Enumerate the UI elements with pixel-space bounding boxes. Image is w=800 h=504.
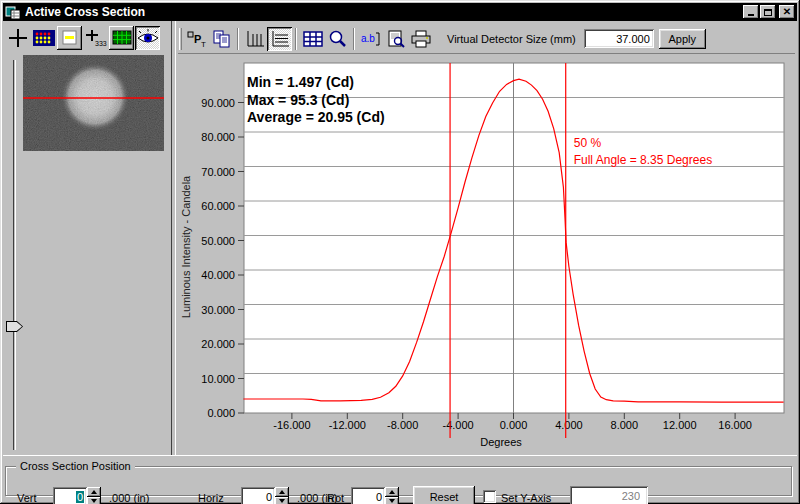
- horiz-spin-up[interactable]: [275, 487, 289, 497]
- table-view-button[interactable]: [300, 27, 325, 51]
- rot-input[interactable]: 0: [351, 487, 385, 504]
- x-tick-label: 0.000: [500, 419, 528, 431]
- vertical-profile-button[interactable]: [242, 27, 267, 51]
- zoom-button[interactable]: [325, 27, 350, 51]
- annotate-button[interactable]: a.b: [358, 27, 383, 51]
- vertical-slider-thumb-face: [7, 322, 22, 331]
- x-tick-label: 16.000: [718, 419, 752, 431]
- full-angle-annotation: 50 %: [574, 136, 602, 150]
- x-tick-label: 8.000: [611, 419, 639, 431]
- chart-toolbar: P T: [178, 24, 795, 54]
- close-button[interactable]: ✕: [779, 5, 795, 19]
- rot-value: 0: [376, 491, 382, 503]
- detector-size-label: Virtual Detector Size (mm): [447, 33, 576, 45]
- rot-spin-up[interactable]: [385, 487, 399, 497]
- titlebar[interactable]: Active Cross Section ✕: [3, 3, 797, 21]
- minimize-button[interactable]: [743, 5, 759, 19]
- vert-input[interactable]: 0: [53, 487, 87, 504]
- down-arrow-icon: [389, 499, 395, 503]
- y-axis-value-field[interactable]: [570, 486, 648, 504]
- y-tick-label: 60.000: [201, 200, 235, 212]
- left-panel: 333: [3, 21, 171, 455]
- x-tick-label: 12.000: [663, 419, 697, 431]
- vert-spin-up[interactable]: [87, 487, 101, 497]
- left-toolbar: 333: [5, 24, 160, 52]
- toolbar-grip[interactable]: [179, 28, 182, 50]
- stats-line: Average = 20.95 (Cd): [247, 109, 385, 125]
- x-tick-label: -4.000: [442, 419, 473, 431]
- y-tick-label: 50.000: [201, 235, 235, 247]
- vert-value: 0: [76, 491, 84, 503]
- svg-text:T: T: [201, 40, 206, 49]
- rot-spinner: 0: [351, 487, 399, 504]
- position-digits-icon: 333: [84, 28, 108, 48]
- print-preview-button[interactable]: [383, 27, 408, 51]
- maximize-button[interactable]: [760, 5, 776, 19]
- cross-section-chart[interactable]: 0.00010.00020.00030.00040.00050.00060.00…: [176, 57, 794, 453]
- position-readout-button[interactable]: 333: [83, 26, 108, 50]
- app-icon: [5, 5, 21, 20]
- horizontal-profile-button[interactable]: [267, 27, 292, 51]
- vertical-slider-track[interactable]: [13, 60, 16, 450]
- vertical-slider-thumb[interactable]: [6, 321, 23, 332]
- vert-spin-down[interactable]: [87, 497, 101, 504]
- set-y-axis-checkbox[interactable]: [483, 490, 496, 503]
- table-icon: [302, 29, 324, 49]
- up-arrow-icon: [389, 490, 395, 494]
- live-view-button[interactable]: [135, 26, 160, 50]
- window-title: Active Cross Section: [25, 5, 742, 19]
- x-tick-label: -16.000: [273, 419, 310, 431]
- live-view-eye-icon: [136, 28, 160, 48]
- horiz-spinner: 0: [241, 487, 289, 504]
- horiz-value: 0: [266, 491, 272, 503]
- chart-svg: 0.00010.00020.00030.00040.00050.00060.00…: [176, 57, 794, 453]
- svg-text:a.b: a.b: [361, 33, 375, 44]
- close-icon: ✕: [783, 7, 791, 17]
- reset-button[interactable]: Reset: [413, 486, 475, 504]
- copy-button[interactable]: [209, 27, 234, 51]
- down-arrow-icon: [279, 499, 285, 503]
- y-tick-label: 40.000: [201, 269, 235, 281]
- image-capture-icon: [59, 28, 81, 48]
- print-icon: [409, 29, 433, 49]
- rot-spin-down[interactable]: [385, 497, 399, 504]
- group-title: Cross Section Position: [16, 460, 135, 472]
- x-tick-label: -8.000: [387, 419, 418, 431]
- vert-label: Vert: [17, 492, 37, 504]
- toolbar-separator: [353, 28, 355, 50]
- point-table-icon: P T: [186, 29, 208, 49]
- grid-display-button[interactable]: [109, 26, 134, 50]
- toolbar-separator: [295, 28, 297, 50]
- print-button[interactable]: [408, 27, 433, 51]
- horiz-spin-down[interactable]: [275, 497, 289, 504]
- x-tick-label: 4.000: [555, 419, 583, 431]
- annotate-icon: a.b: [360, 29, 382, 49]
- image-capture-button[interactable]: [57, 26, 82, 50]
- maximize-icon: [764, 9, 772, 16]
- down-arrow-icon: [91, 499, 97, 503]
- point-table-button[interactable]: P T: [184, 27, 209, 51]
- horiz-input[interactable]: 0: [241, 487, 275, 504]
- horizontal-profile-icon: [269, 29, 291, 49]
- toolbar-separator: [237, 28, 239, 50]
- x-tick-label: -12.000: [329, 419, 366, 431]
- rot-label: Rot: [327, 492, 344, 504]
- grid-display-icon: [111, 29, 133, 47]
- cross-section-position-bar: Cross Section Position Vert 0 .000 (in) …: [3, 455, 797, 501]
- detector-array-button[interactable]: [31, 26, 56, 50]
- beam-image-thumbnail[interactable]: [23, 55, 164, 151]
- active-cross-section-window: Active Cross Section ✕: [0, 0, 800, 504]
- apply-button[interactable]: Apply: [659, 29, 706, 49]
- x-axis-title: Degrees: [480, 436, 522, 448]
- detector-array-icon: [32, 28, 56, 48]
- y-tick-label: 70.000: [201, 166, 235, 178]
- minimize-icon: [748, 14, 754, 16]
- crosshair-icon: [8, 28, 28, 48]
- crosshair-tool-button[interactable]: [5, 26, 30, 50]
- y-axis-title: Luminous Intensity - Candela: [180, 175, 192, 318]
- full-angle-annotation: Full Angle = 8.35 Degrees: [574, 153, 712, 167]
- beam-image: [23, 55, 164, 151]
- horiz-label: Horiz: [198, 492, 224, 504]
- detector-size-input[interactable]: [584, 29, 654, 48]
- chart-panel: P T: [176, 21, 797, 455]
